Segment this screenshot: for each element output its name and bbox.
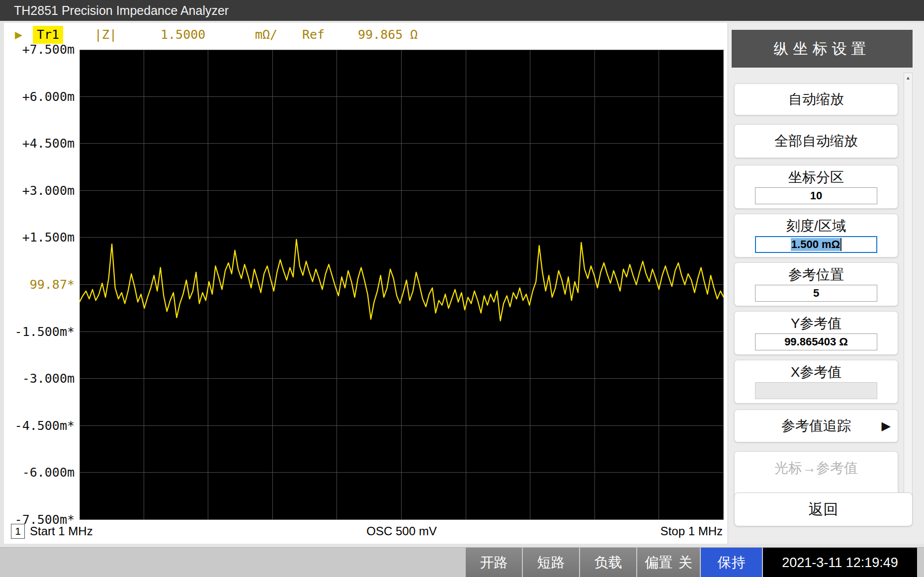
divisions-label: 坐标分区 bbox=[788, 167, 844, 187]
short-correction-label: 短路 bbox=[537, 553, 565, 572]
reference-position-input[interactable]: 5 bbox=[755, 285, 877, 302]
bias-state-label: 关 bbox=[678, 553, 692, 572]
trace-scale-unit: mΩ/ bbox=[255, 26, 277, 44]
bottom-status-bar: 开路 短路 负载 偏置 关 保持 2021-3-11 12:19:49 bbox=[0, 547, 924, 577]
calibration-button-row: 开路 短路 负载 偏置 关 保持 2021-3-11 12:19:49 bbox=[466, 548, 917, 577]
panel-scrollbar[interactable]: ▲ ▼ bbox=[904, 73, 913, 500]
reference-position-group[interactable]: 参考位置 5 bbox=[734, 262, 898, 306]
y-reference-group[interactable]: Y参考值 99.865403 Ω bbox=[734, 311, 898, 355]
start-frequency-label: Start 1 MHz bbox=[30, 524, 93, 538]
x-reference-input[interactable] bbox=[755, 382, 877, 399]
datetime-text: 2021-3-11 12:19:49 bbox=[782, 555, 898, 571]
y-reference-label: Y参考值 bbox=[791, 314, 842, 333]
y-axis-label: +1.500m bbox=[4, 230, 75, 246]
trace-label[interactable]: Tr1 bbox=[33, 26, 63, 44]
panel-title: 纵坐标设置 bbox=[732, 30, 913, 68]
app-window: TH2851 Precision Impedance Analyzer ▶ Tr… bbox=[0, 0, 924, 577]
trace-ref-label: Ref bbox=[302, 26, 325, 44]
divisions-input[interactable]: 10 bbox=[755, 187, 877, 204]
y-reference-input[interactable]: 99.865403 Ω bbox=[755, 333, 877, 350]
trace-info-row: ▶ Tr1 |Z| 1.5000 mΩ/ Ref 99.865 Ω bbox=[4, 26, 720, 44]
x-reference-label: X参考值 bbox=[791, 362, 842, 382]
back-button-label: 返回 bbox=[809, 499, 839, 520]
y-axis-label: +6.000m bbox=[4, 89, 75, 105]
bias-button[interactable]: 偏置 关 bbox=[637, 548, 700, 577]
active-trace-marker-icon: ▶ bbox=[15, 26, 22, 44]
chart-canvas bbox=[80, 50, 724, 520]
scale-per-division-label: 刻度/区域 bbox=[786, 216, 846, 236]
y-axis-label: -1.500m* bbox=[4, 324, 75, 340]
y-axis-label: +3.000m bbox=[4, 183, 75, 199]
auto-scale-all-button[interactable]: 全部自动缩放 bbox=[734, 124, 898, 158]
open-correction-button[interactable]: 开路 bbox=[466, 548, 522, 577]
chevron-right-icon: ▶ bbox=[882, 419, 891, 433]
auto-scale-all-label: 全部自动缩放 bbox=[774, 132, 858, 151]
y-axis-label: +4.500m bbox=[4, 136, 75, 152]
reference-position-label: 参考位置 bbox=[788, 265, 844, 285]
auto-scale-label: 自动缩放 bbox=[788, 90, 844, 109]
divisions-group[interactable]: 坐标分区 10 bbox=[734, 165, 898, 209]
reference-tracking-button[interactable]: 参考值追踪 ▶ bbox=[734, 410, 898, 442]
plot-grid bbox=[80, 50, 724, 520]
open-correction-label: 开路 bbox=[480, 553, 508, 572]
scroll-up-icon[interactable]: ▲ bbox=[904, 73, 912, 82]
window-title: TH2851 Precision Impedance Analyzer bbox=[14, 3, 229, 17]
cursor-to-reference-label: 光标→参考值 bbox=[774, 459, 858, 478]
bias-label: 偏置 bbox=[645, 553, 672, 572]
trace-ref-value: 99.865 Ω bbox=[358, 26, 418, 44]
stop-frequency-label: Stop 1 MHz bbox=[661, 523, 723, 540]
plot-region: ▶ Tr1 |Z| 1.5000 mΩ/ Ref 99.865 Ω +7.500… bbox=[4, 23, 727, 544]
scale-per-division-selected-text: 1.500 mΩ bbox=[791, 238, 841, 251]
auto-scale-button[interactable]: 自动缩放 bbox=[734, 83, 898, 115]
y-axis-reference-label: 99.87* bbox=[4, 277, 75, 293]
y-axis-label: +7.500m bbox=[4, 42, 75, 58]
y-axis-label: -3.000m bbox=[4, 371, 75, 387]
short-correction-button[interactable]: 短路 bbox=[523, 548, 579, 577]
scale-per-division-group[interactable]: 刻度/区域 1.500 mΩ bbox=[734, 214, 898, 257]
reference-tracking-label: 参考值追踪 bbox=[781, 416, 851, 435]
stimulus-bar: 1 Start 1 MHz OSC 500 mV Stop 1 MHz bbox=[4, 523, 724, 540]
trace-scale-value: 1.5000 bbox=[161, 26, 205, 44]
hold-button[interactable]: 保持 bbox=[701, 548, 762, 577]
channel-badge: 1 bbox=[11, 524, 25, 539]
y-axis-label: -4.500m* bbox=[4, 418, 75, 434]
stimulus-start-group: 1 Start 1 MHz bbox=[11, 523, 93, 540]
softkey-scroll-area: 自动缩放 全部自动缩放 坐标分区 10 刻度/区域 1.500 mΩ 参考位置 … bbox=[729, 73, 903, 497]
trace-parameter-label: |Z| bbox=[94, 26, 117, 44]
back-button[interactable]: 返回 bbox=[734, 493, 913, 526]
hold-label: 保持 bbox=[718, 553, 746, 572]
osc-level-label: OSC 500 mV bbox=[366, 523, 436, 540]
x-reference-group[interactable]: X参考值 bbox=[734, 360, 898, 404]
load-correction-button[interactable]: 负载 bbox=[580, 548, 636, 577]
title-bar: TH2851 Precision Impedance Analyzer bbox=[0, 0, 924, 21]
datetime-display: 2021-3-11 12:19:49 bbox=[763, 548, 917, 577]
load-correction-label: 负载 bbox=[594, 553, 622, 572]
y-axis-label: -6.000m bbox=[4, 465, 75, 481]
scale-per-division-input[interactable]: 1.500 mΩ bbox=[755, 236, 877, 253]
cursor-to-reference-button[interactable]: 光标→参考值 bbox=[734, 451, 898, 497]
softkey-panel: 纵坐标设置 自动缩放 全部自动缩放 坐标分区 10 刻度/区域 1.500 mΩ… bbox=[729, 23, 924, 544]
